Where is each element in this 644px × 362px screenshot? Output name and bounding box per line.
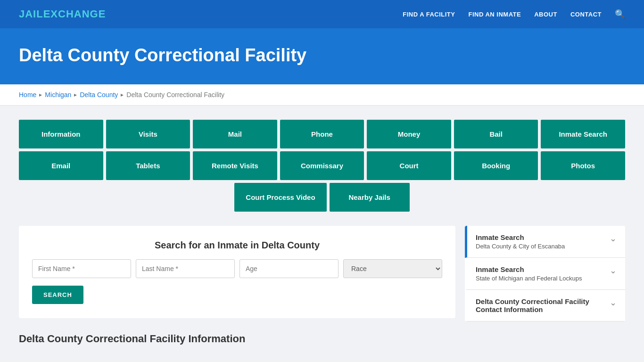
race-select[interactable]: Race bbox=[343, 259, 442, 278]
photos-btn[interactable]: Photos bbox=[541, 151, 625, 180]
phone-btn[interactable]: Phone bbox=[280, 120, 364, 148]
find-an-inmate-link[interactable]: FIND AN INMATE bbox=[468, 11, 521, 18]
remote-visits-btn[interactable]: Remote Visits bbox=[193, 151, 277, 180]
search-fields: Race bbox=[32, 259, 442, 278]
tablets-btn[interactable]: Tablets bbox=[106, 151, 190, 180]
contact-link[interactable]: CONTACT bbox=[570, 11, 602, 18]
mail-btn[interactable]: Mail bbox=[193, 120, 277, 148]
button-grid-row2: Email Tablets Remote Visits Commissary C… bbox=[19, 151, 625, 180]
sidebar-item-title-1: Inmate Search bbox=[476, 233, 565, 241]
last-name-input[interactable] bbox=[136, 259, 235, 278]
sidebar: Inmate Search Delta County & City of Esc… bbox=[465, 226, 625, 321]
main-content: Information Visits Mail Phone Money Bail… bbox=[0, 106, 644, 359]
sidebar-item-michigan-inmate-search[interactable]: Inmate Search State of Michigan and Fede… bbox=[465, 258, 625, 290]
breadcrumb-sep-1: ▸ bbox=[39, 91, 42, 98]
search-icon[interactable]: 🔍 bbox=[615, 9, 625, 19]
sidebar-item-title-2: Inmate Search bbox=[476, 265, 582, 273]
breadcrumb-sep-3: ▸ bbox=[121, 91, 124, 98]
email-btn[interactable]: Email bbox=[19, 151, 103, 180]
hero-section: Delta County Correctional Facility bbox=[0, 28, 644, 84]
breadcrumb-current: Delta County Correctional Facility bbox=[126, 91, 224, 99]
navbar: JAILEXCHANGE FIND A FACILITY FIND AN INM… bbox=[0, 0, 644, 28]
breadcrumb-sep-2: ▸ bbox=[74, 91, 77, 98]
site-logo[interactable]: JAILEXCHANGE bbox=[19, 8, 106, 20]
sidebar-item-subtitle-2: State of Michigan and Federal Lockups bbox=[476, 275, 582, 282]
bail-btn[interactable]: Bail bbox=[454, 120, 538, 148]
money-btn[interactable]: Money bbox=[367, 120, 451, 148]
button-grid-row1: Information Visits Mail Phone Money Bail… bbox=[19, 120, 625, 148]
chevron-down-icon-1: ⌄ bbox=[610, 233, 617, 244]
booking-btn[interactable]: Booking bbox=[454, 151, 538, 180]
bottom-section-title: Delta County Correctional Facility Infor… bbox=[19, 333, 625, 345]
breadcrumb: Home ▸ Michigan ▸ Delta County ▸ Delta C… bbox=[0, 84, 644, 106]
court-btn[interactable]: Court bbox=[367, 151, 451, 180]
sidebar-item-contact-info[interactable]: Delta County Correctional Facility Conta… bbox=[465, 290, 625, 321]
inmate-search-btn[interactable]: Inmate Search bbox=[541, 120, 625, 148]
breadcrumb-home[interactable]: Home bbox=[19, 91, 36, 99]
breadcrumb-state[interactable]: Michigan bbox=[45, 91, 71, 99]
sidebar-item-delta-inmate-search[interactable]: Inmate Search Delta County & City of Esc… bbox=[465, 226, 625, 258]
nearby-jails-btn[interactable]: Nearby Jails bbox=[330, 183, 410, 212]
commissary-btn[interactable]: Commissary bbox=[280, 151, 364, 180]
content-row: Search for an Inmate in Delta County Rac… bbox=[19, 226, 625, 321]
page-title: Delta County Correctional Facility bbox=[19, 45, 625, 66]
search-button[interactable]: SEARCH bbox=[32, 286, 83, 304]
age-input[interactable] bbox=[239, 259, 339, 278]
first-name-input[interactable] bbox=[32, 259, 131, 278]
chevron-down-icon-3: ⌄ bbox=[610, 297, 617, 308]
chevron-down-icon-2: ⌄ bbox=[610, 265, 617, 276]
visits-btn[interactable]: Visits bbox=[106, 120, 190, 148]
sidebar-item-subtitle-1: Delta County & City of Escanaba bbox=[476, 243, 565, 250]
sidebar-item-title-3: Delta County Correctional Facility Conta… bbox=[476, 297, 605, 313]
logo-jail: JAIL bbox=[19, 8, 43, 20]
about-link[interactable]: ABOUT bbox=[534, 11, 557, 18]
search-box: Search for an Inmate in Delta County Rac… bbox=[19, 226, 455, 318]
logo-exchange: EXCHANGE bbox=[43, 8, 106, 20]
court-process-video-btn[interactable]: Court Process Video bbox=[234, 183, 326, 212]
find-a-facility-link[interactable]: FIND A FACILITY bbox=[403, 11, 455, 18]
button-grid-row3: Court Process Video Nearby Jails bbox=[19, 183, 625, 212]
breadcrumb-county[interactable]: Delta County bbox=[80, 91, 118, 99]
search-title: Search for an Inmate in Delta County bbox=[32, 240, 442, 251]
navbar-links: FIND A FACILITY FIND AN INMATE ABOUT CON… bbox=[403, 9, 625, 19]
information-btn[interactable]: Information bbox=[19, 120, 103, 148]
